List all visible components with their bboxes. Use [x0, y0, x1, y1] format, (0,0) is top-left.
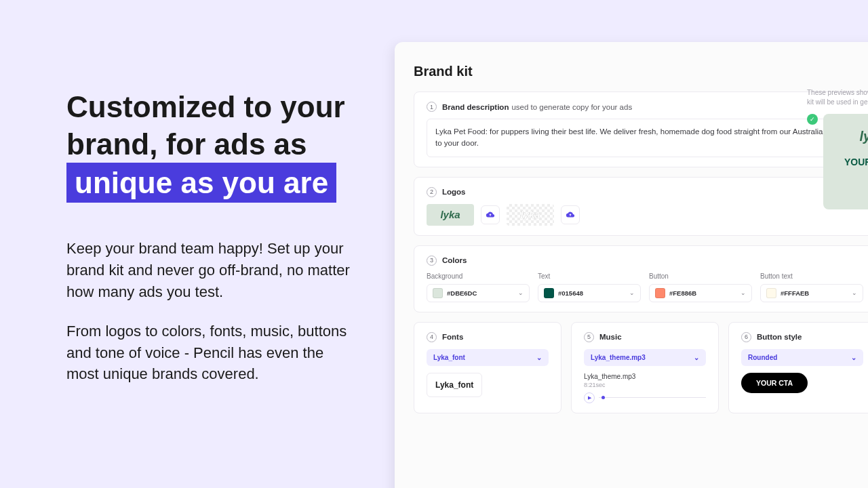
cloud-upload-icon [486, 211, 495, 218]
color-hex: #FFFAEB [781, 289, 848, 297]
music-filename: Lyka_theme.mp3 [584, 373, 706, 380]
colors-card: 3 Colors Background #DBE6DC ⌄ Text [414, 245, 868, 312]
step-5-icon: 5 [584, 332, 594, 342]
upload-logo-button[interactable] [561, 205, 580, 224]
hero-line-1: Customized to your [66, 90, 345, 123]
step-1-icon: 1 [427, 102, 437, 112]
play-button[interactable]: ▶ [584, 392, 595, 403]
preview-logo: lyka [831, 129, 868, 144]
preview-copy: YOUR COPY [831, 157, 868, 167]
logos-label: Logos [442, 188, 466, 196]
chevron-down-icon: ⌄ [852, 289, 857, 296]
font-select[interactable]: Lyka_font ⌄ [427, 349, 549, 366]
color-text-label: Text [538, 272, 641, 280]
chevron-down-icon: ⌄ [741, 289, 746, 296]
panel-title: Brand kit [414, 64, 868, 79]
color-hex: #015648 [558, 289, 625, 297]
logo-tile-primary[interactable]: lyka [427, 204, 474, 226]
color-swatch [766, 288, 776, 298]
fonts-label: Fonts [442, 333, 463, 341]
color-button-text-select[interactable]: #FFFAEB ⌄ [760, 284, 863, 302]
logos-card: 2 Logos lyka lyka [414, 177, 868, 236]
preview-note: These previews show how your brand kit w… [807, 88, 868, 107]
brand-description-sublabel: used to generate copy for your ads [511, 103, 632, 111]
music-select[interactable]: Lyka_theme.mp3 ⌄ [584, 349, 706, 366]
fonts-card: 4 Fonts Lyka_font ⌄ Lyka_font [414, 322, 561, 413]
music-label: Music [599, 333, 622, 341]
chevron-down-icon: ⌄ [518, 289, 524, 296]
brand-description-card: 1 Brand description used to generate cop… [414, 92, 868, 167]
step-4-icon: 4 [427, 332, 437, 342]
logo-tile-transparent[interactable]: lyka [507, 204, 554, 226]
color-button-label: Button [649, 272, 752, 280]
brand-kit-panel: Brand kit 1 Brand description used to ge… [395, 42, 868, 488]
hero-para-1: Keep your brand team happy! Set up your … [66, 238, 359, 303]
audio-track[interactable] [599, 397, 706, 398]
color-hex: #FE886B [669, 289, 736, 297]
check-icon: ✓ [807, 114, 818, 125]
color-button-select[interactable]: #FE886B ⌄ [649, 284, 752, 302]
chevron-down-icon: ⌄ [629, 289, 635, 296]
hero-line-2: brand, for ads as [66, 127, 307, 161]
music-duration: 8:21sec [584, 382, 706, 388]
color-swatch [433, 288, 443, 298]
button-style-label: Button style [757, 333, 802, 341]
step-6-icon: 6 [741, 332, 751, 342]
chevron-down-icon: ⌄ [536, 354, 542, 361]
button-style-value: Rounded [748, 354, 777, 361]
button-style-card: 6 Button style Rounded ⌄ YOUR CTA [728, 322, 868, 413]
hero-headline: Customized to your brand, for ads as uni… [66, 88, 359, 203]
color-background-label: Background [427, 272, 530, 280]
hero-highlight: unique as you are [66, 163, 336, 203]
color-swatch [544, 288, 554, 298]
music-card: 5 Music Lyka_theme.mp3 ⌄ Lyka_theme.mp3 … [571, 322, 719, 413]
font-preview: Lyka_font [427, 373, 482, 397]
chevron-down-icon: ⌄ [694, 354, 699, 361]
colors-label: Colors [442, 256, 467, 264]
color-hex: #DBE6DC [447, 289, 514, 297]
step-2-icon: 2 [427, 187, 437, 197]
upload-logo-button[interactable] [481, 205, 500, 224]
brand-description-label: Brand description [442, 103, 509, 111]
music-select-value: Lyka_theme.mp3 [591, 354, 646, 361]
color-text-select[interactable]: #015648 ⌄ [538, 284, 641, 302]
cta-preview-button: YOUR CTA [741, 373, 808, 393]
color-button-text-label: Button text [760, 272, 863, 280]
color-swatch [655, 288, 665, 298]
ad-preview-card: lyka YOUR COPY YOUR CTA [823, 114, 868, 209]
hero-para-2: From logos to colors, fonts, music, butt… [66, 321, 359, 386]
chevron-down-icon: ⌄ [851, 354, 856, 361]
button-style-select[interactable]: Rounded ⌄ [741, 349, 863, 366]
cloud-upload-icon [566, 211, 575, 218]
color-background-select[interactable]: #DBE6DC ⌄ [427, 284, 530, 302]
font-select-value: Lyka_font [433, 354, 465, 361]
brand-description-input[interactable]: Lyka Pet Food: for puppers living their … [427, 119, 863, 157]
step-3-icon: 3 [427, 256, 437, 266]
